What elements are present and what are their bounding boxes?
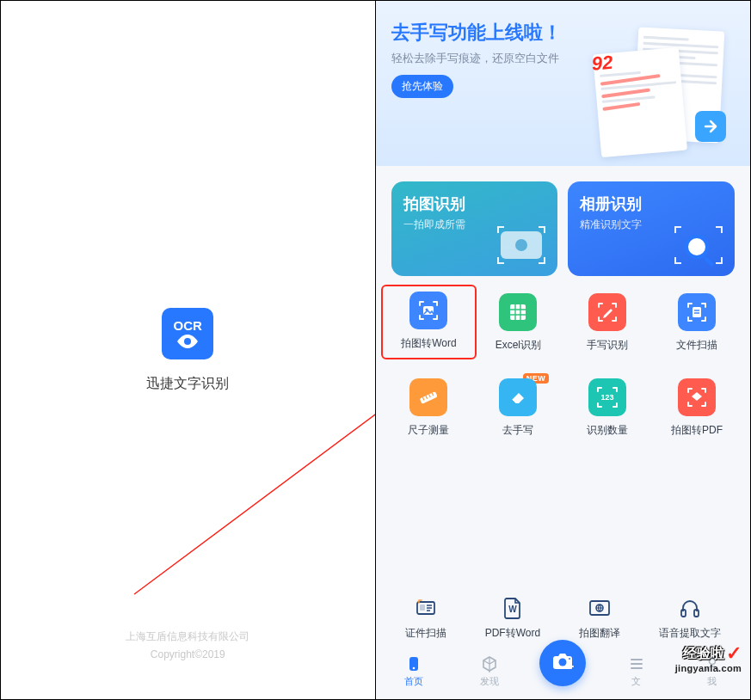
svg-rect-13 bbox=[420, 605, 425, 611]
footer-copyright: Copyright©2019 bbox=[126, 646, 249, 663]
tool-grid[interactable]: Excel识别 bbox=[473, 290, 563, 356]
home-icon bbox=[404, 654, 423, 673]
tool-label: 拍图转Word bbox=[401, 336, 456, 351]
try-button[interactable]: 抢先体验 bbox=[391, 75, 453, 98]
list-icon bbox=[627, 654, 646, 673]
svg-rect-6 bbox=[420, 391, 438, 404]
bottom-tool-id-card[interactable]: 证件扫描 bbox=[405, 595, 446, 641]
bool-label: 拍图翻译 bbox=[579, 626, 620, 641]
tool-label: 拍图转PDF bbox=[671, 423, 723, 438]
grid-icon bbox=[499, 293, 537, 331]
number-frame-icon: 123 bbox=[588, 378, 626, 416]
translate-icon bbox=[587, 595, 612, 621]
photo-recognize-card[interactable]: 拍图识别 一拍即成所需 bbox=[391, 181, 558, 276]
footer-company: 上海互盾信息科技有限公司 bbox=[126, 628, 249, 645]
scan-doc-icon bbox=[678, 293, 716, 331]
checkmark-icon: ✓ bbox=[726, 642, 742, 665]
svg-point-0 bbox=[184, 338, 191, 345]
tool-image-frame[interactable]: 拍图转Word bbox=[381, 285, 477, 359]
svg-rect-5 bbox=[693, 307, 701, 317]
card-title: 相册识别 bbox=[580, 193, 723, 214]
app-home: 去手写功能上线啦！ 轻松去除手写痕迹，还原空白文件 抢先体验 92 bbox=[376, 1, 751, 699]
svg-point-22 bbox=[559, 659, 567, 666]
card-title: 拍图识别 bbox=[403, 193, 546, 214]
image-frame-icon bbox=[409, 292, 447, 329]
tool-pdf-frame[interactable]: 拍图转PDF bbox=[652, 375, 742, 441]
tool-label: 识别数量 bbox=[587, 423, 628, 438]
camera-frame-icon bbox=[497, 226, 545, 264]
bool-label: 语音提取文字 bbox=[659, 626, 721, 641]
tool-scan-doc[interactable]: 文件扫描 bbox=[652, 290, 742, 356]
bool-label: PDF转Word bbox=[485, 626, 540, 641]
nav-discover[interactable]: 发现 bbox=[464, 654, 515, 688]
tool-label: 去手写 bbox=[502, 423, 533, 438]
tool-pen-frame[interactable]: 手写识别 bbox=[563, 290, 652, 356]
id-card-icon bbox=[413, 595, 439, 621]
svg-line-1 bbox=[134, 379, 376, 594]
pdf-frame-icon bbox=[678, 378, 716, 416]
nav-files[interactable]: 文 bbox=[611, 654, 662, 688]
svg-point-23 bbox=[569, 658, 570, 660]
score-mark: 92 bbox=[591, 52, 614, 76]
tool-eraser[interactable]: NEW 去手写 bbox=[473, 375, 563, 441]
nav-home[interactable]: 首页 bbox=[388, 654, 440, 688]
bottom-tool-translate[interactable]: 拍图翻译 bbox=[579, 595, 620, 641]
watermark-text: 经验啦 bbox=[683, 645, 724, 663]
promo-banner[interactable]: 去手写功能上线啦！ 轻松去除手写痕迹，还原空白文件 抢先体验 92 bbox=[376, 1, 751, 166]
eye-icon bbox=[176, 335, 199, 348]
nav-label: 我 bbox=[707, 675, 717, 688]
splash-footer: 上海互盾信息科技有限公司 Copyright©2019 bbox=[126, 628, 249, 663]
bottom-tool-file-w[interactable]: W PDF转Word bbox=[485, 595, 540, 641]
tool-number-frame[interactable]: 123 识别数量 bbox=[563, 375, 652, 441]
magnifier-frame-icon bbox=[674, 226, 723, 264]
bottom-tool-row: 证件扫描W PDF转Word 拍图翻译 语音提取文字 bbox=[376, 588, 751, 648]
tool-label: 文件扫描 bbox=[676, 338, 717, 353]
svg-text:123: 123 bbox=[601, 393, 614, 402]
pen-frame-icon bbox=[588, 293, 626, 331]
tool-label: 手写识别 bbox=[587, 338, 628, 353]
banner-illustration: 92 bbox=[588, 25, 743, 154]
file-w-icon: W bbox=[500, 595, 526, 621]
bool-label: 证件扫描 bbox=[405, 626, 446, 641]
camera-fab[interactable] bbox=[539, 640, 586, 686]
ruler-icon bbox=[409, 378, 447, 416]
cube-icon bbox=[480, 654, 499, 673]
watermark-url: jingyanla.com bbox=[675, 663, 742, 673]
watermark: 经验啦✓ jingyanla.com bbox=[675, 642, 742, 673]
tool-label: Excel识别 bbox=[496, 338, 541, 353]
camera-plus-icon bbox=[551, 649, 575, 677]
svg-point-20 bbox=[412, 666, 415, 669]
album-recognize-card[interactable]: 相册识别 精准识别文字 bbox=[568, 181, 735, 276]
eraser-icon bbox=[499, 378, 537, 416]
annotation-arrow bbox=[130, 371, 376, 611]
tool-ruler[interactable]: 尺子测量 bbox=[385, 375, 474, 441]
bottom-tool-headphones[interactable]: 语音提取文字 bbox=[659, 595, 721, 641]
logo-text: OCR bbox=[174, 318, 202, 333]
tool-label: 尺子测量 bbox=[408, 423, 449, 438]
app-title: 迅捷文字识别 bbox=[146, 375, 229, 393]
headphones-icon bbox=[677, 595, 703, 621]
arrow-icon bbox=[695, 111, 726, 142]
tool-grid: 拍图转Word Excel识别 手写识别 文件扫描 尺子测量 NEW 去手写 1… bbox=[376, 286, 751, 450]
splash-screen: OCR 迅捷文字识别 上海互盾信息科技有限公司 Copyright©2019 bbox=[1, 1, 376, 699]
nav-label: 文 bbox=[631, 675, 641, 688]
nav-label: 发现 bbox=[480, 675, 499, 688]
app-logo: OCR bbox=[162, 308, 213, 359]
svg-text:W: W bbox=[508, 605, 517, 614]
svg-rect-4 bbox=[510, 304, 526, 320]
nav-label: 首页 bbox=[404, 675, 423, 688]
